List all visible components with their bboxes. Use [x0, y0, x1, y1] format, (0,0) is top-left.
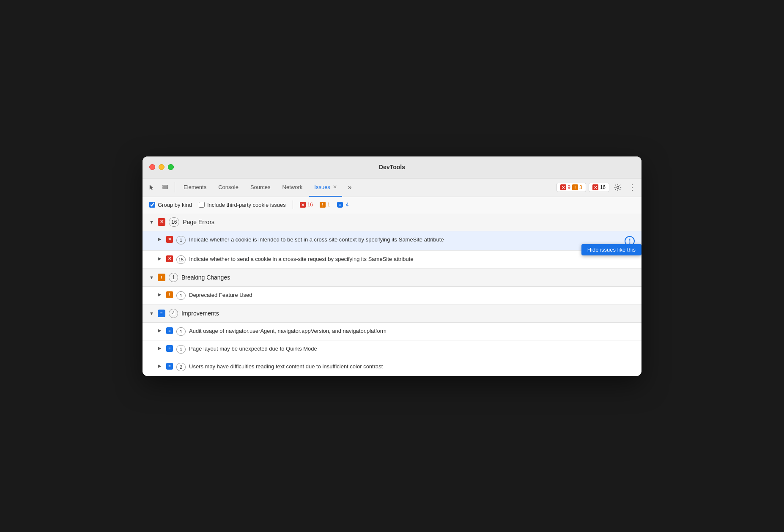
deprecated-count: 1: [176, 291, 186, 300]
third-party-checkbox[interactable]: [199, 202, 205, 208]
hide-issues-context-menu[interactable]: Hide issues like this: [581, 244, 641, 255]
more-tabs-button[interactable]: »: [344, 181, 356, 193]
breaking-changes-count: 1: [169, 273, 178, 282]
cursor-tool-button[interactable]: [146, 181, 158, 193]
issue-row-cookie-samesite-send[interactable]: ▶ ✕ 15 Indicate whether to send a cookie…: [143, 251, 641, 269]
color-contrast-count: 2: [176, 363, 186, 371]
page-errors-title: Page Errors: [183, 219, 214, 225]
tab-elements[interactable]: Elements: [178, 178, 211, 197]
improvements-title: Improvements: [181, 310, 219, 317]
tab-sources[interactable]: Sources: [245, 178, 276, 197]
improvements-count: 4: [169, 309, 178, 318]
improvements-icon: ≡: [158, 310, 165, 317]
filter-warning-icon: !: [320, 202, 326, 208]
filter-error-icon: ✕: [300, 202, 306, 208]
layers-tool-button[interactable]: [159, 181, 171, 193]
issue-row-quirks-mode[interactable]: ▶ ≡ 1 Page layout may be unexpected due …: [143, 340, 641, 358]
chevron-improvements: ▼: [149, 311, 154, 316]
quirks-count: 1: [176, 345, 186, 354]
deprecated-warning-icon: !: [166, 291, 173, 298]
toolbar-divider-1: [175, 182, 175, 192]
error-badge: ✕ 9: [560, 184, 570, 190]
chevron-navigator: ▶: [158, 328, 163, 333]
cookie-set-text: Indicate whether a cookie is intended to…: [189, 236, 621, 244]
cookie-set-error-icon: ✕: [166, 236, 173, 243]
filter-divider: [293, 200, 293, 209]
filter-error-badge: ✕ 16: [300, 202, 313, 208]
quirks-info-icon: ≡: [166, 345, 173, 352]
breaking-changes-title: Breaking Changes: [181, 274, 230, 281]
navigator-info-icon: ≡: [166, 327, 173, 334]
third-party-checkbox-group: Include third-party cookie issues: [199, 202, 286, 208]
issue-row-deprecated-feature[interactable]: ▶ ! 1 Deprecated Feature Used: [143, 287, 641, 304]
svg-point-2: [617, 186, 619, 189]
close-button[interactable]: [149, 164, 155, 170]
chevron-cookie-send: ▶: [158, 256, 163, 261]
quirks-text: Page layout may be unexpected due to Qui…: [189, 345, 635, 353]
color-contrast-text: Users may have difficulties reading text…: [189, 362, 635, 371]
issue-count-badge[interactable]: ✕ 16: [589, 183, 609, 192]
cookie-send-count: 15: [176, 255, 186, 264]
cookie-send-error-icon: ✕: [166, 255, 173, 262]
toolbar-right: ✕ 9 ! 3 ✕ 16 ⋮: [556, 181, 638, 193]
tab-console[interactable]: Console: [213, 178, 244, 197]
group-by-kind-checkbox-group: Group by kind: [149, 202, 192, 208]
page-errors-count: 16: [169, 217, 179, 227]
issue-row-color-contrast[interactable]: ▶ ≡ 2 Users may have difficulties readin…: [143, 358, 641, 376]
section-header-improvements[interactable]: ▼ ≡ 4 Improvements: [143, 304, 641, 323]
chevron-cookie-set: ▶: [158, 236, 163, 242]
issue-icon: ✕: [592, 184, 598, 190]
section-header-breaking-changes[interactable]: ▼ ! 1 Breaking Changes: [143, 269, 641, 287]
svg-rect-0: [163, 185, 168, 186]
filter-info-icon: ≡: [337, 202, 343, 208]
tab-issues[interactable]: Issues ✕: [309, 178, 342, 197]
group-by-kind-label[interactable]: Group by kind: [158, 202, 192, 208]
navigator-text: Audit usage of navigator.userAgent, navi…: [189, 327, 635, 335]
toolbar: Elements Console Sources Network Issues …: [143, 178, 641, 197]
chevron-page-errors: ▼: [149, 219, 154, 225]
chevron-breaking-changes: ▼: [149, 275, 154, 280]
settings-button[interactable]: [612, 181, 624, 193]
filter-warning-badge: ! 1: [320, 202, 330, 208]
chevron-color-contrast: ▶: [158, 363, 163, 369]
error-icon: ✕: [560, 184, 566, 190]
minimize-button[interactable]: [159, 164, 164, 170]
breaking-changes-icon: !: [158, 274, 165, 281]
maximize-button[interactable]: [168, 164, 174, 170]
tab-issues-close[interactable]: ✕: [333, 184, 337, 190]
devtools-window: DevTools Elements Console Sources Networ…: [143, 156, 641, 376]
chevron-deprecated: ▶: [158, 292, 163, 297]
issue-row-cookie-samesite-set[interactable]: ▶ ✕ 1 Indicate whether a cookie is inten…: [143, 231, 641, 251]
filter-bar: Group by kind Include third-party cookie…: [143, 197, 641, 213]
cookie-send-text: Indicate whether to send a cookie in a c…: [189, 255, 635, 263]
chevron-quirks: ▶: [158, 346, 163, 351]
color-contrast-info-icon: ≡: [166, 363, 173, 370]
issues-content: ▼ ✕ 16 Page Errors ▶ ✕ 1 Indicate whethe…: [143, 213, 641, 376]
traffic-lights: [149, 164, 174, 170]
group-by-kind-checkbox[interactable]: [149, 202, 155, 208]
warning-icon: !: [572, 184, 578, 190]
deprecated-text: Deprecated Feature Used: [189, 291, 635, 299]
third-party-label[interactable]: Include third-party cookie issues: [207, 202, 286, 208]
cookie-set-count: 1: [176, 236, 186, 244]
window-title: DevTools: [379, 164, 405, 170]
page-errors-icon: ✕: [158, 218, 165, 226]
svg-rect-1: [163, 187, 168, 189]
title-bar: DevTools: [143, 156, 641, 178]
more-options-button[interactable]: ⋮: [626, 181, 638, 193]
section-header-page-errors[interactable]: ▼ ✕ 16 Page Errors: [143, 213, 641, 231]
error-warning-badge[interactable]: ✕ 9 ! 3: [556, 183, 586, 192]
navigator-count: 1: [176, 327, 186, 336]
filter-info-badge: ≡ 4: [337, 202, 349, 208]
issue-row-navigator-useragent[interactable]: ▶ ≡ 1 Audit usage of navigator.userAgent…: [143, 323, 641, 340]
warning-badge: ! 3: [572, 184, 582, 190]
tab-network[interactable]: Network: [277, 178, 308, 197]
